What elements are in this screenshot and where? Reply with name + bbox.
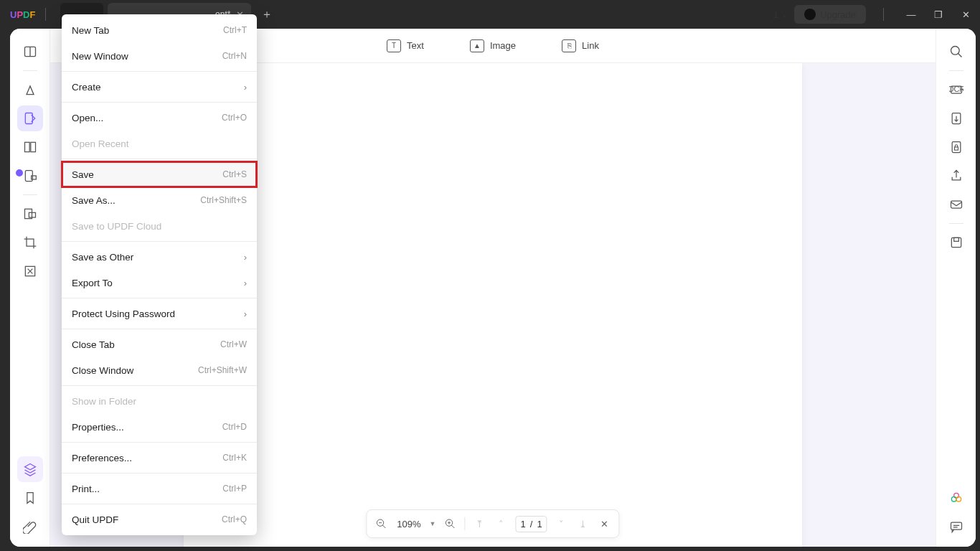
active-mode-indicator — [16, 169, 23, 176]
add-tab-button[interactable]: ＋ — [261, 7, 273, 22]
chevron-right-icon: › — [244, 309, 247, 319]
separator — [45, 8, 46, 21]
menu-properties[interactable]: Properties...Ctrl+D — [62, 414, 257, 440]
upgrade-button[interactable]: Upgrade — [794, 5, 866, 24]
paperclip-icon — [23, 519, 37, 534]
menu-export[interactable]: Export To› — [62, 270, 257, 296]
minimize-button[interactable]: — — [901, 9, 921, 20]
file-menu: New TabCtrl+T New WindowCtrl+N Create› O… — [62, 14, 257, 535]
menu-open[interactable]: Open...Ctrl+O — [62, 105, 257, 131]
menu-new-tab[interactable]: New TabCtrl+T — [62, 17, 257, 43]
svg-rect-3 — [24, 142, 29, 151]
page-indicator[interactable]: 1 / 1 — [516, 516, 547, 532]
text-icon: T — [387, 39, 401, 52]
highlight-button[interactable] — [17, 77, 43, 103]
prev-page-button[interactable]: ˄ — [494, 517, 509, 531]
email-icon — [949, 197, 963, 212]
first-page-button[interactable]: ⤒ — [473, 517, 487, 531]
notification-count[interactable]: 1 ⌄ — [773, 9, 787, 20]
menu-preferences[interactable]: Preferences...Ctrl+K — [62, 445, 257, 471]
last-page-button[interactable]: ⤓ — [576, 517, 590, 531]
rail-divider — [949, 223, 963, 224]
zoom-pager-bar: 109% ▼ ⤒ ˄ 1 / 1 ˅ ⤓ ✕ — [366, 509, 619, 538]
menu-separator — [62, 241, 257, 242]
chevron-right-icon: › — [244, 278, 247, 288]
bookmark-icon — [23, 491, 37, 505]
close-zoombar-button[interactable]: ✕ — [598, 517, 612, 531]
zoom-in-icon — [445, 518, 456, 529]
compress-button[interactable] — [17, 258, 43, 284]
attachments-button[interactable] — [17, 514, 43, 540]
share-button[interactable] — [943, 163, 969, 189]
form-icon — [23, 169, 37, 183]
menu-save-cloud: Save to UPDF Cloud — [62, 213, 257, 239]
maximize-button[interactable]: ❐ — [928, 9, 948, 20]
menu-separator — [62, 329, 257, 329]
menu-quit[interactable]: Quit UPDFCtrl+Q — [62, 507, 257, 532]
chevron-right-icon: › — [244, 82, 247, 93]
search-button[interactable] — [943, 39, 969, 65]
protect-button[interactable] — [943, 134, 969, 160]
svg-rect-25 — [951, 237, 961, 247]
link-tool[interactable]: ⎘ Link — [562, 39, 599, 52]
crop-button[interactable] — [17, 230, 43, 255]
flower-icon — [949, 491, 963, 505]
email-button[interactable] — [943, 192, 969, 217]
image-icon: ▲ — [470, 39, 484, 52]
upgrade-icon — [804, 9, 816, 20]
ocr-icon: OCR — [949, 83, 963, 97]
svg-rect-24 — [951, 201, 961, 208]
right-rail: OCR — [936, 29, 976, 547]
layers-button[interactable] — [17, 456, 43, 482]
menu-close-tab[interactable]: Close TabCtrl+W — [62, 331, 257, 357]
close-window-button[interactable]: ✕ — [956, 9, 976, 20]
menu-separator — [62, 159, 257, 159]
bookmarks-button[interactable] — [17, 485, 43, 511]
reader-mode-button[interactable] — [17, 39, 43, 65]
menu-save-as[interactable]: Save As...Ctrl+Shift+S — [62, 187, 257, 213]
menu-separator — [62, 102, 257, 103]
organize-pages-button[interactable] — [17, 134, 43, 160]
zoom-dropdown[interactable]: ▼ — [430, 520, 436, 527]
menu-protect[interactable]: Protect Using Password› — [62, 301, 257, 326]
menu-new-window[interactable]: New WindowCtrl+N — [62, 43, 257, 69]
svg-point-17 — [951, 47, 959, 55]
chevron-down-icon: ⌄ — [781, 11, 787, 19]
svg-rect-26 — [953, 237, 958, 241]
comments-button[interactable] — [943, 514, 969, 540]
zoom-percent: 109% — [395, 519, 422, 529]
svg-rect-2 — [25, 113, 32, 124]
convert-button[interactable] — [943, 105, 969, 131]
text-tool[interactable]: T Text — [387, 39, 424, 52]
menu-separator — [62, 473, 257, 474]
menu-create[interactable]: Create› — [62, 74, 257, 100]
menu-separator — [62, 71, 257, 72]
zoom-in-button[interactable] — [443, 517, 458, 531]
menu-print[interactable]: Print...Ctrl+P — [62, 476, 257, 501]
menu-close-window[interactable]: Close WindowCtrl+Shift+W — [62, 357, 257, 383]
menu-separator — [62, 385, 257, 386]
edit-mode-button[interactable] — [17, 105, 43, 131]
lock-document-icon — [949, 140, 963, 154]
ocr-button[interactable]: OCR — [943, 77, 969, 103]
next-page-button[interactable]: ˅ — [555, 517, 569, 531]
menu-separator — [62, 442, 257, 443]
image-tool[interactable]: ▲ Image — [470, 39, 516, 52]
menu-save-other[interactable]: Save as Other› — [62, 244, 257, 270]
ai-button[interactable] — [943, 485, 969, 511]
comment-icon — [949, 519, 963, 534]
separator — [883, 8, 884, 21]
rail-divider — [23, 70, 37, 71]
zoom-out-button[interactable] — [374, 517, 388, 531]
redact-button[interactable] — [17, 201, 43, 227]
svg-point-28 — [951, 496, 956, 501]
edit-page-icon — [23, 111, 37, 126]
chevron-right-icon: › — [244, 252, 247, 263]
menu-save[interactable]: SaveCtrl+S — [62, 161, 257, 187]
svg-rect-30 — [951, 522, 961, 529]
page-1[interactable] — [184, 63, 802, 547]
save-cloud-button[interactable] — [943, 230, 969, 255]
left-rail — [10, 29, 50, 547]
svg-line-18 — [958, 54, 961, 57]
link-icon: ⎘ — [562, 39, 576, 52]
